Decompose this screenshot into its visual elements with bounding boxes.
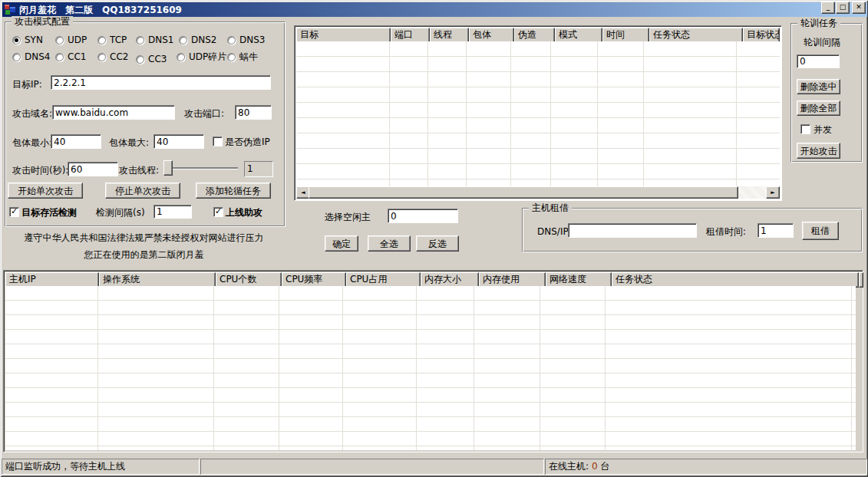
radio-mode-cc2[interactable] xyxy=(97,53,106,61)
host-col-mem-size[interactable]: 内存大小 xyxy=(421,272,479,288)
task-col-task-status[interactable]: 任务状态 xyxy=(649,28,743,43)
host-table-header: 主机IP 操作系统 CPU个数 CPU频率 CPU占用 内存大小 内存使用 网络… xyxy=(5,272,861,286)
delete-selected-button[interactable]: 删除选中 xyxy=(797,79,840,94)
host-col-ip[interactable]: 主机IP xyxy=(5,272,99,288)
radio-mode-udp-label: UDP xyxy=(68,35,87,45)
task-col-mode[interactable]: 模式 xyxy=(555,28,602,43)
select-all-button[interactable]: 全选 xyxy=(368,235,411,252)
target-ip-label: 目标IP: xyxy=(12,79,42,90)
slider-thumb-icon[interactable] xyxy=(163,160,173,176)
scrollbar-thumb[interactable] xyxy=(309,186,738,199)
rotation-interval-input[interactable] xyxy=(797,54,840,68)
idle-host-input[interactable] xyxy=(388,209,458,223)
minimize-icon[interactable]: _ xyxy=(821,2,835,14)
host-col-mem-usage[interactable]: 内存使用 xyxy=(479,272,546,288)
packet-max-input[interactable] xyxy=(153,134,204,149)
attack-config-title: 攻击模式配置 xyxy=(12,16,73,27)
status-message: 端口监听成功，等待主机上线 xyxy=(2,459,200,475)
invert-selection-button[interactable]: 反选 xyxy=(416,235,459,252)
attack-domain-input[interactable] xyxy=(52,105,175,120)
host-col-os[interactable]: 操作系统 xyxy=(99,272,216,288)
packet-max-label: 包体最大: xyxy=(109,137,149,148)
radio-mode-tcp[interactable] xyxy=(97,36,106,44)
app-window: 闭月羞花 第二版 QQ1837251609 _ □ ✕ 攻击模式配置 SYN U… xyxy=(0,0,868,477)
host-rent-title: 主机租借 xyxy=(529,202,572,213)
attack-port-input[interactable] xyxy=(235,105,272,120)
radio-mode-dns3[interactable] xyxy=(227,36,236,44)
legal-warning-line2: 您正在使用的是第二版闭月羞 xyxy=(0,249,288,260)
task-table-hscrollbar[interactable]: ◄ ► xyxy=(296,186,780,199)
packet-min-input[interactable] xyxy=(51,134,101,149)
radio-mode-dns4-label: DNS4 xyxy=(25,51,50,62)
rent-time-input[interactable] xyxy=(757,223,794,238)
radio-mode-dns2[interactable] xyxy=(179,36,187,44)
host-table-body xyxy=(5,286,856,450)
attack-threads-value: 1 xyxy=(244,161,273,177)
radio-mode-dns4[interactable] xyxy=(12,53,21,61)
concurrent-checkbox[interactable] xyxy=(800,124,810,134)
dns-ip-input[interactable] xyxy=(568,223,697,238)
maximize-icon[interactable]: □ xyxy=(836,2,850,14)
scroll-right-icon[interactable]: ► xyxy=(766,186,780,199)
task-col-threads[interactable]: 线程 xyxy=(430,28,469,43)
attack-threads-slider[interactable] xyxy=(166,167,238,169)
online-assist-checkbox[interactable] xyxy=(213,207,223,217)
rotation-interval-label: 轮训间隔 xyxy=(804,37,840,48)
host-col-cpu-freq[interactable]: CPU频率 xyxy=(282,272,346,288)
radio-mode-dns3-label: DNS3 xyxy=(239,35,265,45)
host-col-cpu-count[interactable]: CPU个数 xyxy=(216,272,282,288)
radio-mode-dns1[interactable] xyxy=(136,36,144,44)
add-rotation-task-button[interactable]: 添加轮循任务 xyxy=(196,183,271,199)
task-col-port[interactable]: 端口 xyxy=(391,28,430,43)
start-single-attack-button[interactable]: 开始单次攻击 xyxy=(8,183,83,199)
rent-time-label: 租借时间: xyxy=(706,226,746,237)
attack-threads-label: 攻击线程: xyxy=(119,165,159,176)
task-col-fake[interactable]: 伪造 xyxy=(514,28,555,43)
packet-min-label: 包体最小: xyxy=(12,137,52,148)
host-col-filler xyxy=(859,272,863,288)
target-ip-input[interactable] xyxy=(51,75,271,90)
online-assist-label: 上线助攻 xyxy=(226,207,262,218)
concurrent-label: 并发 xyxy=(814,124,832,135)
task-col-target[interactable]: 目标 xyxy=(296,28,391,43)
check-interval-input[interactable] xyxy=(153,205,192,219)
radio-mode-udp-frag[interactable] xyxy=(177,53,185,61)
start-attack-button[interactable]: 开始攻击 xyxy=(797,143,840,159)
radio-mode-cc1-label: CC1 xyxy=(68,51,86,62)
status-online-hosts: 在线主机: 0 台 xyxy=(545,459,867,475)
status-middle xyxy=(200,459,544,475)
radio-mode-cc3[interactable] xyxy=(136,55,144,64)
dns-ip-label: DNS/IP: xyxy=(537,226,572,237)
attack-time-label: 攻击时间(秒): xyxy=(12,165,68,176)
fake-ip-checkbox[interactable] xyxy=(213,137,223,146)
attack-domain-label: 攻击域名: xyxy=(12,108,52,119)
radio-mode-udp[interactable] xyxy=(55,36,64,44)
host-col-cpu-usage[interactable]: CPU占用 xyxy=(346,272,421,288)
radio-mode-syn[interactable] xyxy=(12,36,21,44)
online-hosts-count: 0 xyxy=(592,461,598,472)
radio-mode-cc1[interactable] xyxy=(55,53,64,61)
stop-single-attack-button[interactable]: 停止单次攻击 xyxy=(105,183,180,199)
host-table: 主机IP 操作系统 CPU个数 CPU频率 CPU占用 内存大小 内存使用 网络… xyxy=(3,270,863,452)
alive-check-label: 目标存活检测 xyxy=(21,207,77,218)
legal-warning-line1: 遵守中华人民共和国法律法规严禁未经授权对网站进行压力 xyxy=(0,232,288,243)
host-col-task-status[interactable]: 任务状态 xyxy=(612,272,859,288)
task-col-target-status[interactable]: 目标状态 xyxy=(743,28,780,43)
rent-button[interactable]: 租借 xyxy=(802,222,839,240)
radio-mode-syn-label: SYN xyxy=(25,35,43,45)
app-icon[interactable] xyxy=(4,4,16,16)
alive-check-checkbox[interactable] xyxy=(9,207,19,217)
delete-all-button[interactable]: 删除全部 xyxy=(797,100,840,116)
radio-mode-snail[interactable] xyxy=(227,53,236,61)
task-col-packet[interactable]: 包体 xyxy=(469,28,514,43)
radio-mode-dns1-label: DNS1 xyxy=(148,35,173,45)
attack-time-input[interactable] xyxy=(68,162,118,176)
close-icon[interactable]: ✕ xyxy=(852,2,866,14)
task-col-time[interactable]: 时间 xyxy=(602,28,649,43)
fake-ip-label: 是否伪造IP xyxy=(225,137,270,147)
host-col-net-speed[interactable]: 网络速度 xyxy=(546,272,612,288)
confirm-button[interactable]: 确定 xyxy=(325,235,358,252)
title-bar[interactable]: 闭月羞花 第二版 QQ1837251609 xyxy=(2,2,867,17)
radio-mode-tcp-label: TCP xyxy=(110,35,127,45)
window-controls: _ □ ✕ xyxy=(820,2,866,14)
